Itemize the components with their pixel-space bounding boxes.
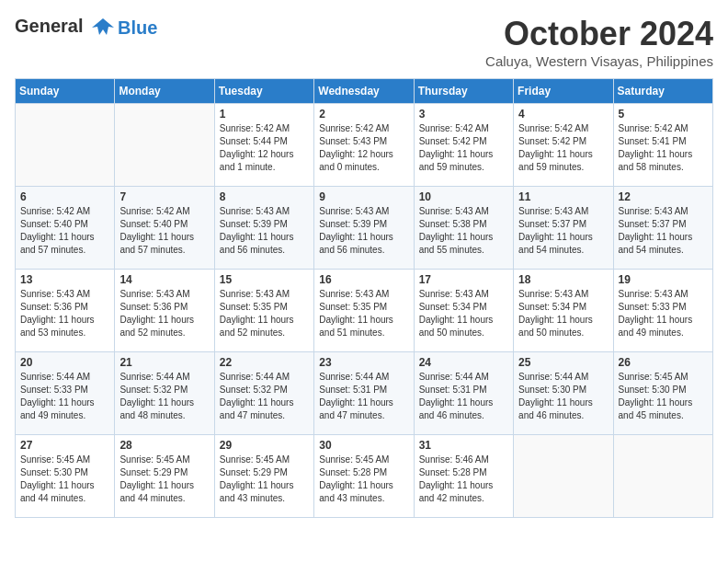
day-number: 14: [119, 273, 209, 286]
table-row: 3Sunrise: 5:42 AMSunset: 5:42 PMDaylight…: [414, 104, 513, 187]
table-row: 17Sunrise: 5:43 AMSunset: 5:34 PMDayligh…: [414, 270, 513, 352]
table-row: 26Sunrise: 5:45 AMSunset: 5:30 PMDayligh…: [613, 352, 712, 435]
day-number: 23: [319, 356, 408, 369]
day-number: 1: [220, 108, 309, 121]
day-detail: Sunrise: 5:42 AMSunset: 5:41 PMDaylight:…: [619, 122, 708, 174]
table-row: 11Sunrise: 5:43 AMSunset: 5:37 PMDayligh…: [514, 187, 613, 270]
table-row: 8Sunrise: 5:43 AMSunset: 5:39 PMDaylight…: [214, 187, 313, 270]
week-row-5: 27Sunrise: 5:45 AMSunset: 5:30 PMDayligh…: [16, 435, 713, 518]
day-detail: Sunrise: 5:43 AMSunset: 5:33 PMDaylight:…: [619, 288, 708, 339]
day-number: 7: [119, 190, 209, 203]
table-row: 5Sunrise: 5:42 AMSunset: 5:41 PMDaylight…: [613, 104, 712, 187]
week-row-1: 1Sunrise: 5:42 AMSunset: 5:44 PMDaylight…: [16, 104, 713, 187]
table-row: 29Sunrise: 5:45 AMSunset: 5:29 PMDayligh…: [214, 435, 313, 518]
table-row: 28Sunrise: 5:45 AMSunset: 5:29 PMDayligh…: [115, 435, 214, 518]
table-row: 6Sunrise: 5:42 AMSunset: 5:40 PMDaylight…: [16, 187, 115, 270]
day-detail: Sunrise: 5:45 AMSunset: 5:30 PMDaylight:…: [20, 454, 109, 505]
day-detail: Sunrise: 5:43 AMSunset: 5:35 PMDaylight:…: [319, 288, 408, 339]
table-row: 27Sunrise: 5:45 AMSunset: 5:30 PMDayligh…: [16, 435, 115, 518]
day-detail: Sunrise: 5:42 AMSunset: 5:42 PMDaylight:…: [518, 122, 608, 174]
table-row: 19Sunrise: 5:43 AMSunset: 5:33 PMDayligh…: [613, 270, 712, 352]
table-row: [16, 104, 115, 187]
day-number: 26: [619, 356, 708, 369]
day-detail: Sunrise: 5:43 AMSunset: 5:34 PMDaylight:…: [518, 288, 608, 339]
col-friday: Friday: [514, 79, 613, 104]
day-detail: Sunrise: 5:42 AMSunset: 5:44 PMDaylight:…: [220, 122, 309, 174]
day-detail: Sunrise: 5:42 AMSunset: 5:40 PMDaylight:…: [20, 205, 109, 257]
page-header: General Blue October 2024 Caluya, Wester…: [15, 15, 713, 69]
calendar-header-row: Sunday Monday Tuesday Wednesday Thursday…: [16, 79, 713, 104]
day-number: 15: [220, 273, 309, 286]
day-number: 19: [619, 273, 708, 286]
day-detail: Sunrise: 5:43 AMSunset: 5:35 PMDaylight:…: [220, 288, 309, 339]
table-row: [613, 435, 712, 518]
day-detail: Sunrise: 5:42 AMSunset: 5:43 PMDaylight:…: [319, 122, 408, 174]
day-number: 6: [20, 190, 109, 203]
logo-blue: Blue: [118, 17, 157, 39]
day-detail: Sunrise: 5:43 AMSunset: 5:39 PMDaylight:…: [319, 205, 408, 257]
col-wednesday: Wednesday: [314, 79, 414, 104]
week-row-4: 20Sunrise: 5:44 AMSunset: 5:33 PMDayligh…: [16, 352, 713, 435]
table-row: 24Sunrise: 5:44 AMSunset: 5:31 PMDayligh…: [414, 352, 513, 435]
table-row: 15Sunrise: 5:43 AMSunset: 5:35 PMDayligh…: [214, 270, 313, 352]
day-number: 13: [20, 273, 109, 286]
day-number: 5: [619, 108, 708, 121]
day-detail: Sunrise: 5:42 AMSunset: 5:40 PMDaylight:…: [119, 205, 209, 257]
day-number: 21: [119, 356, 209, 369]
table-row: 12Sunrise: 5:43 AMSunset: 5:37 PMDayligh…: [613, 187, 712, 270]
table-row: 14Sunrise: 5:43 AMSunset: 5:36 PMDayligh…: [115, 270, 214, 352]
calendar-table: Sunday Monday Tuesday Wednesday Thursday…: [15, 78, 713, 518]
logo-bird-icon: [90, 15, 116, 40]
day-number: 4: [518, 108, 608, 121]
table-row: 21Sunrise: 5:44 AMSunset: 5:32 PMDayligh…: [115, 352, 214, 435]
day-number: 24: [419, 356, 508, 369]
day-detail: Sunrise: 5:42 AMSunset: 5:42 PMDaylight:…: [419, 122, 508, 174]
day-number: 30: [319, 439, 408, 452]
table-row: 22Sunrise: 5:44 AMSunset: 5:32 PMDayligh…: [214, 352, 313, 435]
col-saturday: Saturday: [613, 79, 712, 104]
day-number: 11: [518, 190, 608, 203]
day-detail: Sunrise: 5:44 AMSunset: 5:30 PMDaylight:…: [518, 371, 608, 422]
day-number: 12: [619, 190, 708, 203]
day-detail: Sunrise: 5:44 AMSunset: 5:31 PMDaylight:…: [419, 371, 508, 422]
day-number: 2: [319, 108, 408, 121]
col-sunday: Sunday: [16, 79, 115, 104]
table-row: 30Sunrise: 5:45 AMSunset: 5:28 PMDayligh…: [314, 435, 414, 518]
day-number: 3: [419, 108, 508, 121]
table-row: [514, 435, 613, 518]
table-row: [115, 104, 214, 187]
day-number: 10: [419, 190, 508, 203]
day-detail: Sunrise: 5:46 AMSunset: 5:28 PMDaylight:…: [419, 454, 508, 505]
week-row-2: 6Sunrise: 5:42 AMSunset: 5:40 PMDaylight…: [16, 187, 713, 270]
table-row: 7Sunrise: 5:42 AMSunset: 5:40 PMDaylight…: [115, 187, 214, 270]
day-number: 31: [419, 439, 508, 452]
col-tuesday: Tuesday: [214, 79, 313, 104]
day-detail: Sunrise: 5:45 AMSunset: 5:29 PMDaylight:…: [119, 454, 209, 505]
day-number: 28: [119, 439, 209, 452]
table-row: 23Sunrise: 5:44 AMSunset: 5:31 PMDayligh…: [314, 352, 414, 435]
day-detail: Sunrise: 5:43 AMSunset: 5:34 PMDaylight:…: [419, 288, 508, 339]
day-number: 18: [518, 273, 608, 286]
table-row: 13Sunrise: 5:43 AMSunset: 5:36 PMDayligh…: [16, 270, 115, 352]
table-row: 10Sunrise: 5:43 AMSunset: 5:38 PMDayligh…: [414, 187, 513, 270]
day-number: 16: [319, 273, 408, 286]
table-row: 25Sunrise: 5:44 AMSunset: 5:30 PMDayligh…: [514, 352, 613, 435]
table-row: 9Sunrise: 5:43 AMSunset: 5:39 PMDaylight…: [314, 187, 414, 270]
day-detail: Sunrise: 5:43 AMSunset: 5:39 PMDaylight:…: [220, 205, 309, 257]
table-row: 2Sunrise: 5:42 AMSunset: 5:43 PMDaylight…: [314, 104, 414, 187]
day-detail: Sunrise: 5:43 AMSunset: 5:37 PMDaylight:…: [518, 205, 608, 257]
title-block: October 2024 Caluya, Western Visayas, Ph…: [485, 15, 713, 69]
svg-marker-0: [92, 18, 114, 35]
day-detail: Sunrise: 5:43 AMSunset: 5:37 PMDaylight:…: [619, 205, 708, 257]
day-number: 20: [20, 356, 109, 369]
col-monday: Monday: [115, 79, 214, 104]
day-number: 27: [20, 439, 109, 452]
day-detail: Sunrise: 5:44 AMSunset: 5:31 PMDaylight:…: [319, 371, 408, 422]
table-row: 16Sunrise: 5:43 AMSunset: 5:35 PMDayligh…: [314, 270, 414, 352]
day-number: 17: [419, 273, 508, 286]
table-row: 4Sunrise: 5:42 AMSunset: 5:42 PMDaylight…: [514, 104, 613, 187]
day-detail: Sunrise: 5:45 AMSunset: 5:29 PMDaylight:…: [220, 454, 309, 505]
day-detail: Sunrise: 5:45 AMSunset: 5:30 PMDaylight:…: [619, 371, 708, 422]
day-number: 8: [220, 190, 309, 203]
day-detail: Sunrise: 5:43 AMSunset: 5:36 PMDaylight:…: [20, 288, 109, 339]
